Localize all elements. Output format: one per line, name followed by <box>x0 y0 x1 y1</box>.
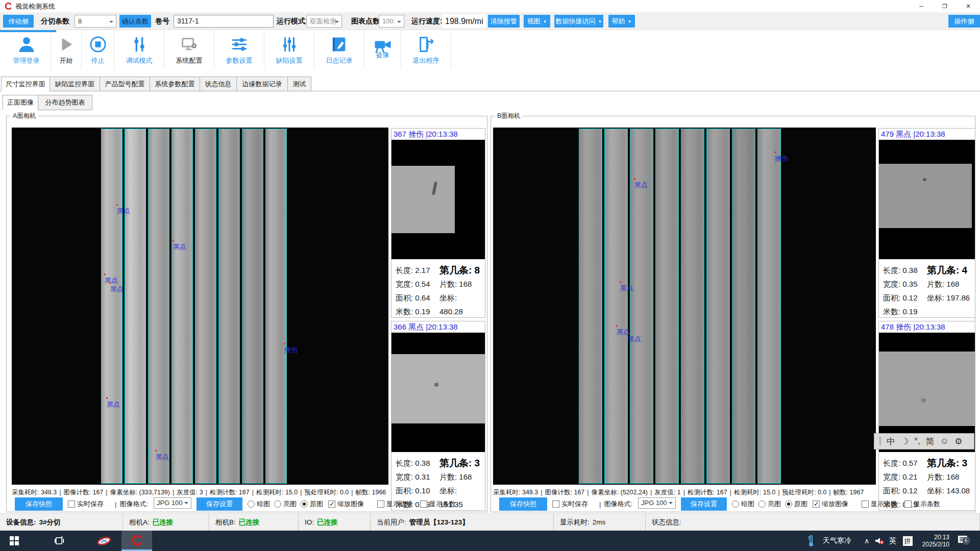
bright-image-radio[interactable]: 亮图 <box>274 497 297 511</box>
original-image-radio[interactable]: 原图 <box>301 497 323 511</box>
snipping-tool-app[interactable]: ✂ <box>91 531 117 551</box>
ime-language-bar[interactable]: 中☽°,简☺⚙ <box>874 433 974 449</box>
tool-system-config[interactable]: 系统配置 <box>164 30 214 69</box>
tab-sub-1[interactable]: 分布趋势图表 <box>38 95 92 110</box>
image-format-select[interactable]: JPG 100 <box>154 497 191 509</box>
thermometer-icon[interactable] <box>802 531 820 551</box>
tool-exit[interactable]: 退出程序 <box>401 30 451 69</box>
view-menu-button[interactable]: 视图 <box>524 15 550 28</box>
tool-defect-settings[interactable]: 缺陷设置 <box>264 30 314 69</box>
tab-main-2[interactable]: 产品型号配置 <box>100 77 150 91</box>
save-settings-button[interactable]: 保存设置 <box>197 497 242 511</box>
notification-center-button[interactable]: 6 <box>953 531 972 551</box>
task-view-button[interactable] <box>47 531 71 551</box>
defect-thumbnail[interactable] <box>391 333 485 452</box>
zoom-image-checkbox[interactable]: 缩放图像 <box>813 497 848 511</box>
run-mode-select[interactable]: 双面检测 <box>306 15 342 28</box>
tool-play[interactable]: 开始 <box>51 30 82 69</box>
tab-main-0[interactable]: 尺寸监控界面 <box>1 77 50 91</box>
tool-param-settings[interactable]: 参数设置 <box>214 30 264 69</box>
checkbox-icon <box>377 500 384 508</box>
tool-debug-mode[interactable]: 调试模式 <box>114 30 164 69</box>
show-edge-checkbox[interactable]: 显示边缘 <box>862 497 897 511</box>
defect-field: 宽度: 0.54 <box>396 280 430 288</box>
slit-count-select[interactable]: 8 <box>75 15 116 28</box>
tab-main-4[interactable]: 状态信息 <box>200 77 237 91</box>
help-menu-button[interactable]: 帮助 <box>608 15 635 28</box>
confirm-count-button[interactable]: 确认条数 <box>119 15 151 28</box>
tab-sub-0[interactable]: 正面图像 <box>3 95 38 110</box>
statusbar-label: 相机B: <box>215 518 236 527</box>
camera-image[interactable]: 挫伤黑点黑点黑点黑点 <box>493 128 876 485</box>
close-button[interactable]: ✕ <box>957 0 980 12</box>
app-logo-icon <box>131 534 143 546</box>
camera-image[interactable]: 黑点黑点黑点黑点挫伤黑点黑点 <box>12 128 388 485</box>
defect-field: 面积: 0.64 <box>396 293 430 302</box>
checkbox-icon <box>813 500 820 508</box>
camera-title: B面相机 <box>495 112 523 120</box>
start-button[interactable] <box>2 531 27 551</box>
data-quick-access-menu-button[interactable]: 数据快捷访问 <box>554 15 603 28</box>
dark-image-radio[interactable]: 暗图 <box>248 497 270 511</box>
active-side-accent <box>0 30 56 32</box>
save-snapshot-button[interactable]: 保存快照 <box>499 497 547 511</box>
zoom-image-checkbox[interactable]: 缩放图像 <box>328 497 364 511</box>
status-segment: 检测计数: 167 <box>203 489 250 496</box>
tab-main-1[interactable]: 缺陷监控界面 <box>50 77 100 91</box>
top-toolbar: 传动侧 分切条数 8 确认条数 卷号 3117-1 运行模式: 双面检测 图表点… <box>0 12 980 30</box>
chart-points-select[interactable]: 100 <box>379 15 404 28</box>
save-snapshot-button[interactable]: 保存快照 <box>15 497 63 511</box>
checkbox-icon <box>68 500 75 508</box>
show-strip-count-checkbox[interactable]: 显示条数 <box>420 497 456 511</box>
weather-text[interactable]: 天气寒冷 <box>821 531 853 551</box>
roll-number-input[interactable]: 3117-1 <box>174 15 274 28</box>
dark-image-radio[interactable]: 暗图 <box>732 497 754 511</box>
realtime-save-checkbox[interactable]: 实时保存 <box>68 497 104 511</box>
tool-log[interactable]: 日志记录 <box>314 30 364 69</box>
ime-mode-indicator[interactable]: 拼 <box>901 531 914 551</box>
clock[interactable]: 20:13 2025/2/10 <box>914 531 949 551</box>
app-logo-icon <box>4 2 12 10</box>
volume-muted-icon[interactable] <box>873 531 886 551</box>
defect-thumbnail[interactable] <box>391 140 485 259</box>
tool-video-camera[interactable]: 摄像 <box>364 30 401 69</box>
ime-punctuation[interactable]: °, <box>914 436 920 446</box>
defect-thumbnail[interactable] <box>879 140 975 259</box>
ime-settings-gear-icon[interactable]: ⚙ <box>954 436 962 447</box>
defect-info-row: 面积: 0.12坐标: 143.08 <box>883 484 972 497</box>
run-speed-label: 运行速度: <box>411 12 443 30</box>
tab-main-5[interactable]: 边缘数据记录 <box>237 77 288 91</box>
hidden-icons-chevron[interactable]: ∧ <box>862 531 872 551</box>
tool-user[interactable]: 管理登录 <box>2 30 51 69</box>
vision-app-taskbar-button[interactable] <box>121 531 152 551</box>
tool-label: 缺陷设置 <box>276 56 303 65</box>
statusbar-cell-6: 状态信息: <box>646 514 980 531</box>
tab-main-3[interactable]: 系统参数配置 <box>150 77 200 91</box>
minimize-button[interactable]: ─ <box>910 0 933 12</box>
sub-tab-strip: 正面图像分布趋势图表 <box>3 95 92 110</box>
bright-image-radio[interactable]: 亮图 <box>758 497 781 511</box>
ime-emoji-icon[interactable]: ☺ <box>940 436 949 446</box>
tab-main-6[interactable]: 测试 <box>288 77 311 91</box>
realtime-save-checkbox[interactable]: 实时保存 <box>552 497 588 511</box>
show-strip-count-checkbox[interactable]: 显示条数 <box>904 497 940 511</box>
clear-alarm-button[interactable]: 清除报警 <box>488 15 520 28</box>
defect-marker-label: 黑点 <box>156 453 169 462</box>
roll-number-label: 卷号 <box>155 12 169 30</box>
ime-simplified[interactable]: 简 <box>926 436 935 447</box>
window-title: 视觉检测系统 <box>15 2 55 11</box>
ime-fullwidth-moon-icon[interactable]: ☽ <box>901 436 909 447</box>
defect-field: 坐标: 197.86 <box>927 291 970 305</box>
show-edge-checkbox[interactable]: 显示边缘 <box>377 497 413 511</box>
save-settings-button[interactable]: 保存设置 <box>681 497 727 511</box>
image-format-select[interactable]: JPG 100 <box>638 497 676 509</box>
ime-chinese-mode[interactable]: 中 <box>887 436 895 447</box>
status-segment: 检测耗时: 15.0 <box>250 489 298 496</box>
operation-side-button[interactable]: 操作侧 <box>948 15 980 28</box>
restore-button[interactable]: ❐ <box>933 0 957 12</box>
tool-stop[interactable]: 停止 <box>82 30 114 69</box>
input-language-indicator[interactable]: 英 <box>887 531 898 551</box>
transmission-side-button[interactable]: 传动侧 <box>3 15 34 28</box>
ime-drag-handle[interactable] <box>879 437 881 446</box>
original-image-radio[interactable]: 原图 <box>785 497 807 511</box>
